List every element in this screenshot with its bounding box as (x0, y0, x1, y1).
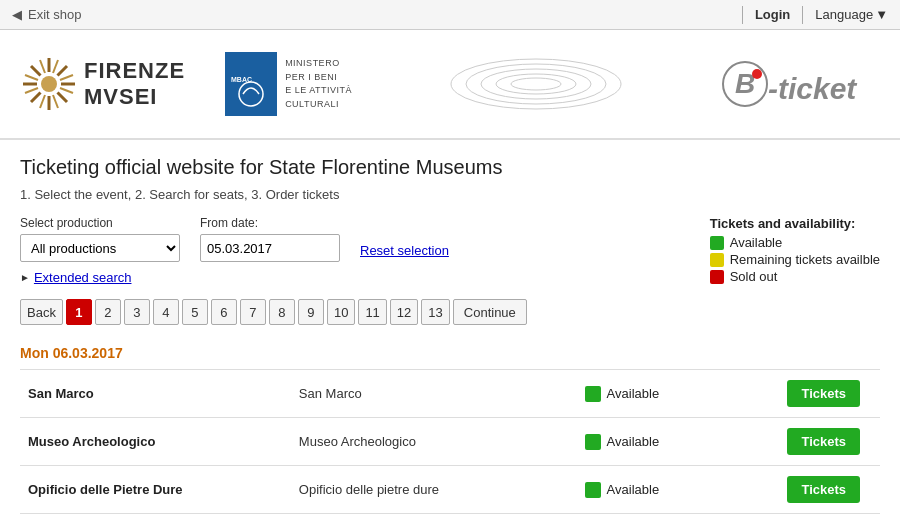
svg-point-24 (511, 78, 561, 90)
top-bar-right: Login Language ▼ (755, 6, 888, 24)
event-ticket-cell-2: Tickets (720, 418, 880, 466)
svg-line-13 (60, 88, 73, 93)
svg-line-7 (58, 93, 68, 103)
events-table: San Marco San Marco Available Tickets Mu… (20, 369, 880, 514)
back-arrow-icon: ◀ (12, 7, 22, 22)
page-button-8[interactable]: 8 (269, 299, 295, 325)
wave-decoration (352, 54, 720, 114)
form-legend-row: Select production All productions From d… (20, 216, 880, 299)
status-label-2: Available (607, 434, 660, 449)
table-row: San Marco San Marco Available Tickets (20, 370, 880, 418)
page-button-5[interactable]: 5 (182, 299, 208, 325)
svg-line-11 (53, 95, 58, 108)
svg-line-6 (31, 93, 41, 103)
production-label: Select production (20, 216, 180, 230)
event-status-1: Available (577, 370, 721, 418)
page-button-4[interactable]: 4 (153, 299, 179, 325)
svg-line-12 (40, 60, 45, 73)
tickets-button-2[interactable]: Tickets (787, 428, 860, 455)
event-venue-1: San Marco (291, 370, 577, 418)
legend-side: Tickets and availability: Available Rema… (710, 216, 880, 286)
tickets-button-1[interactable]: Tickets (787, 380, 860, 407)
continue-button[interactable]: Continue (453, 299, 527, 325)
event-name-1: San Marco (20, 370, 291, 418)
svg-line-10 (25, 88, 38, 93)
login-link[interactable]: Login (755, 7, 790, 22)
status-label-1: Available (607, 386, 660, 401)
remaining-dot (710, 253, 724, 267)
event-ticket-cell-1: Tickets (720, 370, 880, 418)
remaining-label: Remaining tickets availble (730, 252, 880, 267)
svg-point-23 (496, 74, 576, 94)
table-row: Museo Archeologico Museo Archeologico Av… (20, 418, 880, 466)
production-select[interactable]: All productions (20, 234, 180, 262)
svg-line-14 (25, 75, 38, 80)
pagination: Back 1 2 3 4 5 6 7 8 9 10 11 12 13 Conti… (20, 299, 880, 325)
mibac-logo: MBAC MINISTERO PER I BENI E LE ATTIVITÀ … (225, 52, 352, 116)
svg-line-8 (31, 66, 41, 76)
page-button-3[interactable]: 3 (124, 299, 150, 325)
page-button-6[interactable]: 6 (211, 299, 237, 325)
chevron-down-icon: ▼ (875, 7, 888, 22)
reset-link[interactable]: Reset selection (360, 243, 449, 258)
subtitle: 1. Select the event, 2. Search for seats… (20, 187, 880, 202)
status-dot-3 (585, 482, 601, 498)
language-button[interactable]: Language ▼ (815, 7, 888, 22)
page-button-1[interactable]: 1 (66, 299, 92, 325)
language-label: Language (815, 7, 873, 22)
bticket-logo: B -ticket (720, 49, 880, 119)
divider (742, 6, 743, 24)
bticket-svg: B -ticket (720, 49, 880, 119)
page-button-7[interactable]: 7 (240, 299, 266, 325)
page-button-2[interactable]: 2 (95, 299, 121, 325)
divider2 (802, 6, 803, 24)
firenze-icon (20, 55, 78, 113)
triangle-icon: ► (20, 272, 30, 283)
header: FIRENZE MVSEI MBAC MINISTERO PER I BENI … (0, 30, 900, 140)
tickets-button-3[interactable]: Tickets (787, 476, 860, 503)
available-label: Available (730, 235, 783, 250)
event-venue-2: Museo Archeologico (291, 418, 577, 466)
table-row: Opificio delle Pietre Dure Opificio dell… (20, 466, 880, 514)
wave-svg (446, 54, 626, 114)
date-header: Mon 06.03.2017 (20, 345, 880, 361)
status-dot-2 (585, 434, 601, 450)
soldout-label: Sold out (730, 269, 778, 284)
top-bar: ◀ Exit shop Login Language ▼ (0, 0, 900, 30)
form-side: Select production All productions From d… (20, 216, 449, 299)
mibac-text: MINISTERO PER I BENI E LE ATTIVITÀ CULTU… (285, 57, 352, 111)
exit-shop-link[interactable]: Exit shop (28, 7, 81, 22)
date-input[interactable] (200, 234, 340, 262)
page-button-12[interactable]: 12 (390, 299, 418, 325)
firenze-musei-logo: FIRENZE MVSEI (20, 55, 185, 113)
event-ticket-cell-3: Tickets (720, 466, 880, 514)
svg-point-20 (451, 59, 621, 109)
svg-line-5 (58, 66, 68, 76)
extended-search-label: Extended search (34, 270, 132, 285)
back-button[interactable]: Back (20, 299, 63, 325)
extended-search[interactable]: ► Extended search (20, 270, 449, 285)
main-content: Ticketing official website for State Flo… (0, 140, 900, 514)
page-button-9[interactable]: 9 (298, 299, 324, 325)
page-button-13[interactable]: 13 (421, 299, 449, 325)
date-group: From date: (200, 216, 340, 262)
event-status-2: Available (577, 418, 721, 466)
page-button-10[interactable]: 10 (327, 299, 355, 325)
form-row: Select production All productions From d… (20, 216, 449, 262)
firenze-text: FIRENZE MVSEI (84, 58, 185, 111)
event-name-3: Opificio delle Pietre Dure (20, 466, 291, 514)
soldout-dot (710, 270, 724, 284)
exit-shop-area: ◀ Exit shop (12, 7, 81, 22)
legend-available: Available (710, 235, 880, 250)
status-label-3: Available (607, 482, 660, 497)
svg-point-27 (752, 69, 762, 79)
page-title: Ticketing official website for State Flo… (20, 156, 880, 179)
production-group: Select production All productions (20, 216, 180, 262)
event-name-2: Museo Archeologico (20, 418, 291, 466)
available-dot (710, 236, 724, 250)
legend-remaining: Remaining tickets availble (710, 252, 880, 267)
svg-point-21 (466, 64, 606, 104)
page-button-11[interactable]: 11 (358, 299, 386, 325)
svg-line-16 (40, 95, 45, 108)
status-dot-1 (585, 386, 601, 402)
